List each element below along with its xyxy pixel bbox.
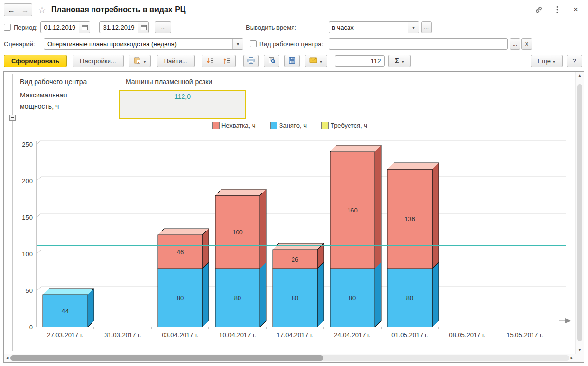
grouping-bracket [12, 77, 18, 77]
count-field[interactable] [335, 55, 385, 67]
back-button[interactable] [4, 4, 18, 16]
work-center-checkbox[interactable] [250, 40, 257, 47]
y-tick [37, 250, 41, 254]
max-power-value: 112,0 [120, 93, 245, 100]
settings-button[interactable]: Настройки... [73, 55, 124, 67]
chevron-down-icon[interactable] [232, 39, 243, 49]
period-to-input[interactable] [100, 22, 138, 33]
bar-side-face [202, 229, 209, 269]
horizontal-scroll-thumb[interactable] [10, 355, 323, 361]
period-dash: – [93, 24, 96, 31]
scenario-input[interactable] [44, 39, 232, 49]
bar-top-face [273, 243, 324, 250]
display-time-more-button[interactable]: ... [421, 21, 432, 33]
bar-value-label: 80 [406, 294, 413, 302]
chevron-down-icon[interactable] [408, 22, 419, 33]
display-time-label: Выводить время: [246, 24, 296, 31]
bar-top-face [330, 145, 381, 152]
floppy-disk-icon [288, 57, 296, 66]
find-button[interactable]: Найти... [157, 55, 195, 67]
work-center-more-button[interactable]: ... [510, 38, 520, 50]
calendar-icon[interactable] [79, 22, 90, 33]
generate-button[interactable]: Сформировать [4, 55, 67, 67]
scroll-down-icon[interactable] [576, 348, 584, 352]
calendar-icon[interactable] [138, 22, 148, 33]
grouping-strip [4, 72, 18, 354]
bar-value-label: 136 [404, 215, 415, 223]
bar-value-label: 80 [177, 294, 184, 302]
toolbar-right: Еще ? [531, 55, 588, 67]
work-center-input[interactable] [329, 39, 507, 49]
y-axis-label: 250 [22, 141, 33, 148]
scenario-combo [44, 38, 243, 50]
get-link-icon[interactable] [534, 5, 543, 14]
sigma-icon: Σ [395, 57, 399, 65]
envelope-icon [309, 57, 317, 65]
bar-value-label: 80 [292, 294, 298, 302]
y-axis-label: 150 [22, 214, 33, 221]
bar-value-label: 46 [177, 249, 184, 256]
x-axis-label: 03.04.2017 г. [162, 331, 198, 339]
period-from-input[interactable] [41, 22, 79, 33]
bar-side-face [202, 262, 209, 327]
collapse-group-icon[interactable] [9, 115, 16, 121]
bar-side-face [88, 289, 94, 327]
chevron-down-icon [402, 58, 404, 65]
legend-label: Занято, ч [279, 122, 307, 129]
y-tick [37, 177, 41, 181]
report-variants-button[interactable] [129, 55, 151, 67]
send-email-button[interactable] [305, 55, 327, 67]
bar-top-face [215, 189, 266, 195]
max-power-cell[interactable]: 112,0 [119, 90, 246, 119]
horizontal-scroll-track[interactable] [10, 355, 569, 361]
sum-button[interactable]: Σ [388, 55, 411, 67]
bar-group: 8046 [158, 229, 209, 327]
print-button[interactable] [243, 55, 259, 67]
sort-ascending-button[interactable] [219, 55, 235, 67]
horizontal-scrollbar[interactable] [4, 354, 575, 362]
favorite-star-icon[interactable] [38, 4, 46, 16]
display-time-input[interactable] [329, 22, 408, 33]
chevron-down-icon [144, 58, 146, 65]
bar-side-face [317, 262, 324, 327]
work-center-type-value: Машины плазменной резки [126, 78, 212, 86]
x-axis-3d [552, 321, 559, 327]
bar-group: 80100 [215, 189, 266, 327]
period-from-field [40, 21, 90, 33]
scroll-right-icon[interactable] [570, 356, 574, 360]
x-axis-arrow [565, 318, 571, 323]
forward-button[interactable] [18, 4, 32, 16]
scroll-left-icon[interactable] [5, 356, 9, 360]
bar-value-label: 44 [62, 308, 69, 315]
bar-top-face [387, 163, 439, 169]
scroll-up-icon[interactable] [576, 73, 584, 77]
x-axis-label: 08.05.2017 г. [449, 331, 485, 339]
bar-value-label: 80 [349, 294, 356, 302]
period-checkbox[interactable] [4, 24, 11, 31]
bar-value-label: 160 [347, 207, 358, 214]
period-to-field [99, 21, 149, 33]
y-tick [37, 140, 41, 144]
work-center-clear-button[interactable]: x [521, 38, 532, 50]
period-more-button[interactable]: ... [155, 21, 171, 33]
save-button[interactable] [284, 55, 300, 67]
help-button[interactable]: ? [567, 55, 582, 67]
x-axis-label: 17.04.2017 г. [276, 331, 313, 339]
more-button[interactable]: Еще [531, 55, 563, 67]
close-icon[interactable] [571, 5, 580, 14]
y-axis-label: 50 [26, 287, 33, 294]
display-time-combo [329, 21, 419, 33]
legend-item: Занято, ч [270, 122, 307, 129]
more-button-label: Еще [538, 58, 551, 65]
vertical-scrollbar[interactable] [575, 72, 584, 354]
sort-descending-button[interactable] [202, 55, 219, 67]
report-toolbar: Сформировать Настройки... Найти... [0, 54, 588, 68]
capacity-chart: 05010015020025027.03.2017 г.4431.03.2017… [17, 137, 575, 347]
x-axis-label: 31.03.2017 г. [104, 331, 141, 339]
nav-buttons [4, 3, 32, 16]
print-preview-button[interactable] [264, 55, 279, 67]
work-center-field [329, 38, 508, 50]
more-menu-icon[interactable] [553, 5, 562, 14]
bar-side-face [260, 262, 266, 327]
vertical-scroll-thumb[interactable] [577, 84, 582, 341]
